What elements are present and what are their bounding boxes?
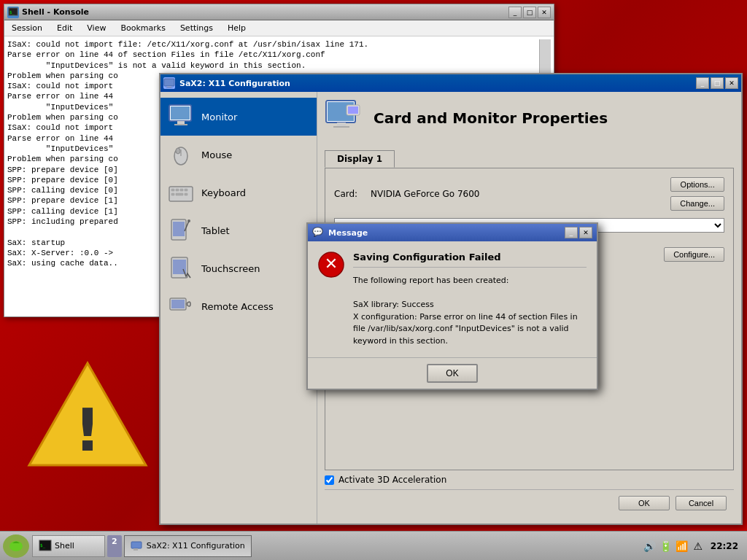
network-icon[interactable]: 📶 [676, 540, 689, 553]
svg-point-13 [176, 148, 180, 154]
maximize-button[interactable]: □ [523, 7, 536, 18]
configure-button[interactable]: Configure... [664, 247, 724, 262]
activate-3d-label: Activate 3D Acceleration [338, 475, 446, 485]
svg-rect-16 [176, 189, 179, 191]
sax-maximize-button[interactable]: □ [711, 77, 724, 89]
svg-rect-21 [185, 193, 187, 195]
tab-display1[interactable]: Display 1 [325, 150, 395, 168]
svg-text:$_: $_ [9, 9, 15, 15]
sax-close-button[interactable]: ✕ [725, 77, 738, 89]
dialog-buttons: OK [308, 357, 597, 389]
dialog-msg-line2 [353, 287, 587, 300]
taskbar-item-shell[interactable]: $_ Shell [32, 535, 105, 557]
svg-rect-42 [131, 542, 142, 548]
svg-rect-23 [173, 222, 185, 236]
tablet-icon [168, 217, 194, 244]
nav-tablet[interactable]: Tablet [160, 211, 317, 249]
volume-icon[interactable]: 🔊 [643, 540, 657, 553]
sax-ok-button[interactable]: OK [619, 496, 670, 510]
menu-view[interactable]: View [82, 22, 110, 34]
start-button[interactable] [3, 534, 29, 558]
svg-rect-33 [333, 126, 349, 128]
menu-bookmarks[interactable]: Bookmarks [116, 22, 169, 34]
dialog-ok-button[interactable]: OK [427, 364, 477, 383]
dialog-body: ✕ Saving Configuration Failed The follow… [308, 241, 597, 357]
svg-rect-32 [337, 122, 346, 126]
sax-sidebar: Monitor Mouse [160, 92, 317, 524]
svg-rect-19 [171, 193, 174, 195]
nav-monitor[interactable]: Monitor [160, 98, 317, 136]
dialog-minimize-button[interactable]: _ [565, 227, 578, 238]
close-button[interactable]: ✕ [538, 7, 551, 18]
sax-controls: _ □ ✕ [696, 77, 738, 89]
card-value: NVIDIA GeForce Go 7600 [371, 189, 663, 199]
dialog-title-text: Saving Configuration Failed [353, 252, 587, 268]
dialog-msg-line3: SaX library: Success [353, 299, 587, 311]
change-button[interactable]: Change... [670, 196, 724, 211]
monitor-icon [168, 104, 194, 130]
nav-mouse[interactable]: Mouse [160, 136, 317, 174]
taskbar-item-sax[interactable]: SaX2: X11 Configuration [124, 535, 252, 557]
options-button[interactable]: Options... [670, 177, 724, 192]
dialog-close-button[interactable]: ✕ [579, 227, 592, 238]
dialog-icon: 💬 [312, 227, 324, 238]
menu-settings[interactable]: Settings [176, 22, 217, 34]
warning-triangle: ! [22, 356, 153, 472]
dialog-msg-line6: keyword in this section. [353, 335, 587, 348]
minimize-button[interactable]: _ [508, 7, 522, 18]
sax-cancel-button[interactable]: Cancel [676, 496, 727, 510]
svg-text:✕: ✕ [325, 254, 338, 273]
nav-mouse-label: Mouse [201, 149, 232, 160]
tabs-bar: Display 1 [325, 150, 734, 168]
sax-icon [163, 77, 175, 89]
svg-point-25 [187, 219, 190, 222]
svg-rect-20 [176, 193, 183, 195]
battery-icon[interactable]: 🔋 [659, 540, 673, 553]
dialog-text: Saving Configuration Failed The followin… [353, 252, 587, 347]
konsole-titlebar: $_ Shell - Konsole _ □ ✕ [4, 4, 554, 20]
activate-3d-checkbox[interactable] [325, 475, 334, 485]
message-dialog: 💬 Message _ ✕ ✕ Saving Configuration Fai… [306, 222, 598, 390]
sax-header-icon [325, 99, 363, 137]
konsole-title: Shell - Konsole [22, 7, 508, 17]
svg-rect-10 [174, 124, 187, 125]
svg-text:$_: $_ [40, 542, 46, 548]
warning-icon[interactable]: ⚠ [692, 540, 705, 553]
sax-minimize-button[interactable]: _ [696, 77, 709, 89]
svg-rect-17 [180, 189, 183, 191]
dialog-msg-line4: X configuration: Parse error on line 44 … [353, 311, 587, 324]
card-field-row: Card: NVIDIA GeForce Go 7600 Options... … [334, 177, 724, 211]
nav-remote-access-label: Remote Access [201, 301, 274, 312]
svg-rect-8 [171, 106, 190, 120]
mouse-icon [168, 141, 194, 168]
taskbar: $_ Shell 2 SaX2: X11 Configuration 🔊 🔋 📶… [0, 531, 747, 560]
nav-keyboard-label: Keyboard [201, 187, 246, 198]
menu-edit[interactable]: Edit [53, 22, 77, 34]
svg-rect-15 [171, 189, 174, 191]
taskbar-shell-label: Shell [55, 541, 74, 551]
svg-rect-18 [185, 189, 187, 191]
nav-touchscreen[interactable]: Touchscreen [160, 249, 317, 287]
taskbar-sax-label: SaX2: X11 Configuration [147, 541, 245, 551]
card-buttons: Options... Change... [670, 177, 724, 211]
svg-text:!: ! [74, 397, 101, 464]
sax-header-title: Card and Monitor Properties [374, 109, 608, 127]
dialog-title: Message [328, 228, 565, 238]
menu-help[interactable]: Help [223, 22, 250, 34]
dialog-msg-line5: file /var/lib/sax/xorg.conf "InputDevice… [353, 323, 587, 335]
svg-rect-5 [167, 86, 171, 88]
menu-session[interactable]: Session [7, 22, 47, 34]
svg-rect-35 [348, 106, 358, 114]
dialog-message: The following report has been created: S… [353, 275, 587, 347]
touchscreen-icon [168, 255, 194, 281]
nav-remote-access[interactable]: Remote Access [160, 287, 317, 325]
sax-title: SaX2: X11 Configuration [179, 79, 696, 88]
nav-keyboard[interactable]: Keyboard [160, 174, 317, 211]
keyboard-icon [168, 179, 194, 206]
taskbar-items: $_ Shell 2 SaX2: X11 Configuration [32, 535, 640, 557]
konsole-icon: $_ [7, 7, 19, 18]
remote-access-icon [168, 293, 194, 319]
workspace-number[interactable]: 2 [107, 535, 122, 557]
taskbar-sax-icon [131, 540, 144, 553]
taskbar-shell-icon: $_ [39, 540, 52, 553]
